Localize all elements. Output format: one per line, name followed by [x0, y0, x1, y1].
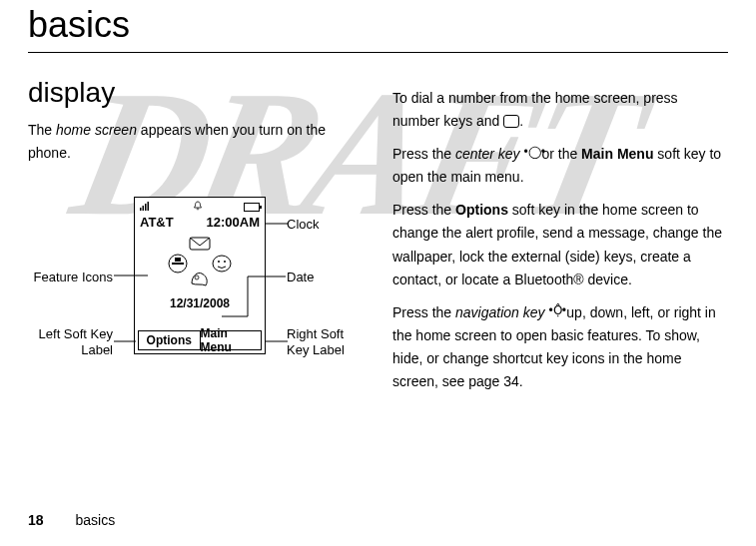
clock-label: 12:00AM	[207, 215, 260, 230]
p3-bold: Options	[455, 202, 508, 218]
intro-prefix: The	[28, 122, 56, 138]
signal-icon	[140, 201, 152, 213]
svg-rect-3	[148, 202, 150, 211]
intro-text: The home screen appears when you turn on…	[28, 119, 363, 165]
footer-label: basics	[75, 512, 115, 528]
intro-italic: home screen	[56, 122, 137, 138]
p4-prefix: Press the	[392, 304, 455, 320]
status-bar	[135, 198, 265, 214]
svg-point-10	[218, 261, 220, 263]
battery-icon	[244, 203, 260, 212]
send-key-icon	[503, 115, 519, 128]
right-softkey: Main Menu	[201, 331, 262, 349]
left-column: display The home screen appears when you…	[28, 77, 363, 393]
p3-prefix: Press the	[392, 202, 455, 218]
title-rule	[28, 52, 728, 53]
page-number: 18	[28, 512, 44, 528]
svg-point-4	[197, 209, 199, 211]
left-softkey: Options	[139, 331, 201, 349]
bell-icon	[193, 201, 203, 213]
callout-date: Date	[287, 270, 314, 284]
callout-line-rightsoft	[266, 340, 288, 342]
paragraph-2: Press the center key •◯• or the Main Men…	[392, 143, 728, 189]
paragraph-4: Press the navigation key •Ộ• up, down, …	[392, 301, 728, 393]
softkey-row: Options Main Menu	[138, 330, 262, 350]
svg-rect-8	[172, 263, 184, 265]
callout-line-clock	[266, 223, 288, 225]
paragraph-1: To dial a number from the home screen, p…	[392, 87, 728, 133]
phone-screen-frame: AT&T 12:00AM	[134, 197, 266, 354]
feature-icons-area	[135, 231, 265, 296]
paragraph-3: Press the Options soft key in the home s…	[392, 199, 728, 290]
svg-rect-1	[143, 206, 145, 211]
callout-feature-icons: Feature Icons	[28, 270, 113, 284]
callout-line-leftsoft	[114, 340, 136, 342]
feature-icons-graphic	[160, 234, 240, 293]
nav-key-icon: •Ộ•	[548, 301, 562, 321]
svg-point-11	[224, 261, 226, 263]
callout-right-softkey: Right Soft Key Label	[287, 326, 363, 357]
page-footer: 18 basics	[28, 512, 115, 528]
p1-prefix: To dial a number from the home screen, p…	[392, 90, 678, 129]
p2-italic: center key	[455, 146, 523, 162]
p2-bold: Main Menu	[581, 146, 653, 162]
page-title: basics	[28, 4, 728, 46]
p2-prefix: Press the	[392, 146, 455, 162]
phone-diagram: AT&T 12:00AM	[28, 197, 363, 376]
p4-italic: navigation key	[455, 304, 548, 320]
carrier-label: AT&T	[140, 215, 174, 230]
right-column: To dial a number from the home screen, p…	[392, 77, 728, 393]
svg-rect-2	[145, 204, 147, 211]
svg-point-9	[213, 256, 231, 272]
columns: display The home screen appears when you…	[28, 77, 728, 393]
svg-rect-7	[175, 258, 181, 262]
callout-left-softkey: Left Soft Key Label	[28, 326, 113, 357]
svg-rect-0	[140, 208, 142, 211]
carrier-row: AT&T 12:00AM	[135, 214, 265, 231]
callout-clock: Clock	[287, 217, 320, 232]
date-label: 12/31/2008	[135, 296, 265, 310]
section-heading: display	[28, 77, 363, 109]
center-key-icon: •◯•	[524, 143, 538, 163]
p1-suffix: .	[519, 113, 523, 129]
